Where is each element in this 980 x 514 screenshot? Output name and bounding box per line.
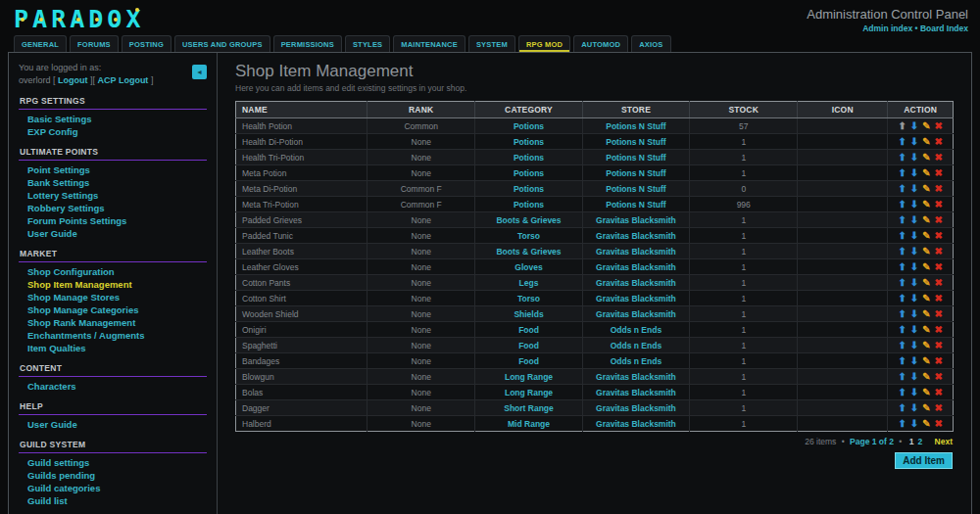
add-item-button[interactable]: Add Item (895, 452, 953, 469)
move-up-icon[interactable]: ⬆ (898, 184, 906, 194)
paradox-logo[interactable]: PARADOX (14, 7, 144, 31)
tab-permissions[interactable]: PERMISSIONS (273, 35, 342, 52)
category-link[interactable]: Potions (514, 121, 544, 131)
move-down-icon[interactable]: ⬇ (910, 153, 918, 163)
sidebar-item-user-guide[interactable]: User Guide (19, 227, 207, 240)
store-link[interactable]: Gravitas Blacksmith (596, 403, 676, 413)
move-up-icon[interactable]: ⬆ (898, 341, 906, 350)
move-up-icon[interactable]: ⬆ (898, 231, 906, 241)
collapse-sidebar-button[interactable]: ◄ (192, 65, 207, 79)
edit-icon[interactable]: ✎ (922, 419, 930, 429)
acp-logout-link[interactable]: ACP Logout (98, 75, 149, 85)
move-down-icon[interactable]: ⬇ (910, 262, 918, 272)
move-up-icon[interactable]: ⬆ (898, 200, 906, 210)
move-down-icon[interactable]: ⬇ (910, 231, 918, 241)
edit-icon[interactable]: ✎ (922, 184, 930, 194)
move-up-icon[interactable]: ⬆ (898, 278, 906, 288)
delete-icon[interactable]: ✖ (935, 309, 943, 319)
move-up-icon[interactable]: ⬆ (898, 356, 906, 366)
edit-icon[interactable]: ✎ (922, 247, 930, 257)
edit-icon[interactable]: ✎ (922, 153, 930, 163)
move-up-icon[interactable]: ⬆ (898, 325, 906, 335)
category-link[interactable]: Food (518, 356, 539, 366)
logout-link[interactable]: Logout (58, 75, 88, 85)
move-down-icon[interactable]: ⬇ (910, 215, 918, 225)
move-up-icon[interactable]: ⬆ (898, 419, 906, 429)
next-page-link[interactable]: Next (935, 437, 953, 446)
category-link[interactable]: Mid Range (508, 419, 550, 429)
move-up-icon[interactable]: ⬆ (898, 294, 906, 304)
move-up-icon[interactable]: ⬆ (898, 388, 906, 397)
store-link[interactable]: Gravitas Blacksmith (596, 247, 676, 257)
edit-icon[interactable]: ✎ (922, 309, 930, 319)
store-link[interactable]: Gravitas Blacksmith (596, 372, 676, 382)
category-link[interactable]: Potions (514, 137, 544, 147)
store-link[interactable]: Gravitas Blacksmith (596, 215, 676, 225)
sidebar-item-guilds-pending[interactable]: Guilds pending (19, 469, 207, 482)
delete-icon[interactable]: ✖ (935, 121, 943, 131)
move-up-icon[interactable]: ⬆ (898, 309, 906, 319)
sidebar-item-robbery-settings[interactable]: Robbery Settings (19, 202, 207, 214)
store-link[interactable]: Potions N Stuff (606, 121, 665, 131)
category-link[interactable]: Long Range (505, 372, 553, 382)
sidebar-item-point-settings[interactable]: Point Settings (19, 164, 207, 176)
category-link[interactable]: Boots & Grieves (496, 215, 561, 225)
store-link[interactable]: Odds n Ends (611, 341, 662, 350)
sidebar-item-forum-points-settings[interactable]: Forum Points Settings (19, 214, 207, 227)
move-up-icon[interactable]: ⬆ (898, 153, 906, 163)
store-link[interactable]: Potions N Stuff (606, 200, 665, 210)
move-down-icon[interactable]: ⬇ (910, 309, 918, 319)
tab-automod[interactable]: AUTOMOD (573, 35, 628, 52)
edit-icon[interactable]: ✎ (922, 388, 930, 397)
store-link[interactable]: Gravitas Blacksmith (596, 419, 676, 429)
tab-posting[interactable]: POSTING (122, 35, 172, 52)
move-down-icon[interactable]: ⬇ (910, 388, 918, 397)
move-down-icon[interactable]: ⬇ (910, 137, 918, 147)
delete-icon[interactable]: ✖ (935, 200, 943, 210)
edit-icon[interactable]: ✎ (922, 278, 930, 288)
category-link[interactable]: Boots & Grieves (496, 247, 561, 257)
store-link[interactable]: Potions N Stuff (606, 168, 665, 178)
move-down-icon[interactable]: ⬇ (910, 341, 918, 350)
category-link[interactable]: Long Range (505, 388, 553, 397)
move-up-icon[interactable]: ⬆ (898, 262, 906, 272)
move-down-icon[interactable]: ⬇ (910, 121, 918, 131)
delete-icon[interactable]: ✖ (935, 356, 943, 366)
move-down-icon[interactable]: ⬇ (910, 184, 918, 194)
store-link[interactable]: Gravitas Blacksmith (596, 231, 676, 241)
store-link[interactable]: Gravitas Blacksmith (596, 309, 676, 319)
delete-icon[interactable]: ✖ (935, 168, 943, 178)
delete-icon[interactable]: ✖ (935, 231, 943, 241)
delete-icon[interactable]: ✖ (935, 419, 943, 429)
edit-icon[interactable]: ✎ (922, 294, 930, 304)
edit-icon[interactable]: ✎ (922, 325, 930, 335)
sidebar-item-enchantments-augments[interactable]: Enchantments / Augments (19, 329, 207, 342)
edit-icon[interactable]: ✎ (922, 262, 930, 272)
edit-icon[interactable]: ✎ (922, 200, 930, 210)
edit-icon[interactable]: ✎ (922, 341, 930, 350)
delete-icon[interactable]: ✖ (935, 184, 943, 194)
sidebar-item-shop-item-management[interactable]: Shop Item Management (19, 278, 207, 291)
move-up-icon[interactable]: ⬆ (898, 403, 906, 413)
tab-axios[interactable]: AXIOS (631, 35, 670, 52)
category-link[interactable]: Shields (514, 309, 543, 319)
sidebar-item-user-guide[interactable]: User Guide (19, 418, 207, 431)
store-link[interactable]: Potions N Stuff (606, 137, 665, 147)
move-down-icon[interactable]: ⬇ (910, 200, 918, 210)
sidebar-item-bank-settings[interactable]: Bank Settings (19, 176, 207, 189)
move-up-icon[interactable]: ⬆ (898, 215, 906, 225)
move-down-icon[interactable]: ⬇ (910, 419, 918, 429)
sidebar-item-basic-settings[interactable]: Basic Settings (19, 113, 207, 125)
delete-icon[interactable]: ✖ (935, 278, 943, 288)
sidebar-item-guild-categories[interactable]: Guild categories (19, 482, 207, 494)
sidebar-item-shop-rank-management[interactable]: Shop Rank Management (19, 316, 207, 329)
delete-icon[interactable]: ✖ (935, 341, 943, 350)
category-link[interactable]: Food (518, 325, 539, 335)
move-down-icon[interactable]: ⬇ (910, 325, 918, 335)
move-up-icon[interactable]: ⬆ (898, 137, 906, 147)
sidebar-item-shop-configuration[interactable]: Shop Configuration (19, 265, 207, 278)
move-down-icon[interactable]: ⬇ (910, 247, 918, 257)
edit-icon[interactable]: ✎ (922, 215, 930, 225)
tab-general[interactable]: GENERAL (14, 35, 67, 52)
delete-icon[interactable]: ✖ (935, 215, 943, 225)
